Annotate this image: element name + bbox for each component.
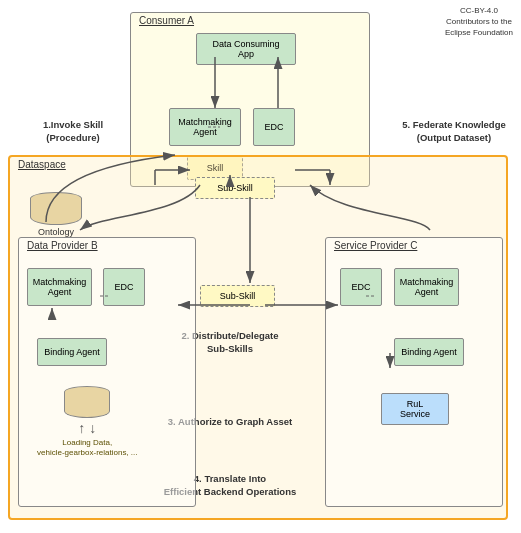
- matchmaking-agent-b-box: Matchmaking Agent: [27, 268, 92, 306]
- db-cylinder-body: [64, 392, 110, 418]
- step5-label: 5. Federate Knowledge (Output Dataset): [399, 118, 509, 145]
- db-label: Loading Data, vehicle-gearbox-relations,…: [37, 438, 138, 459]
- service-provider-c-label: Service Provider C: [334, 240, 417, 251]
- edc-b-box: EDC: [103, 268, 145, 306]
- rul-service-box: RuL Service: [381, 393, 449, 425]
- data-provider-b-label: Data Provider B: [27, 240, 98, 251]
- binding-agent-c-box: Binding Agent: [394, 338, 464, 366]
- db-arrow-down-icon: ↓: [89, 420, 96, 436]
- data-provider-b-box: Data Provider B Matchmaking Agent EDC Bi…: [18, 237, 196, 507]
- ontology-label: Ontology: [38, 227, 74, 237]
- binding-agent-b-box: Binding Agent: [37, 338, 107, 366]
- db-b-cylinder: ↑ ↓ Loading Data, vehicle-gearbox-relati…: [37, 386, 138, 459]
- cc-label: CC-BY-4.0 Contributors to the Eclipse Fo…: [445, 5, 513, 39]
- service-provider-c-box: Service Provider C EDC Matchmaking Agent…: [325, 237, 503, 507]
- edc-consumer-box: EDC: [253, 108, 295, 146]
- cylinder-body: [30, 198, 82, 225]
- sub-skill-middle-box: Sub-Skill: [200, 285, 275, 307]
- consumer-a-label: Consumer A: [139, 15, 194, 26]
- ontology-cylinder: Ontology: [30, 192, 82, 237]
- dataspace-label: Dataspace: [18, 159, 66, 170]
- diagram-container: CC-BY-4.0 Contributors to the Eclipse Fo…: [0, 0, 521, 533]
- matchmaking-agent-c-box: Matchmaking Agent: [394, 268, 459, 306]
- db-arrow-up-icon: ↑: [78, 420, 85, 436]
- matchmaking-agent-consumer-box: Matchmaking Agent: [169, 108, 241, 146]
- dataspace-box: Dataspace Ontology Sub-Skill 2. Distribu…: [8, 155, 508, 520]
- data-consuming-app-box: Data Consuming App: [196, 33, 296, 65]
- sub-skill-top-box: Sub-Skill: [195, 177, 275, 199]
- step1-label: 1.Invoke Skill (Procedure): [18, 118, 128, 145]
- edc-c-box: EDC: [340, 268, 382, 306]
